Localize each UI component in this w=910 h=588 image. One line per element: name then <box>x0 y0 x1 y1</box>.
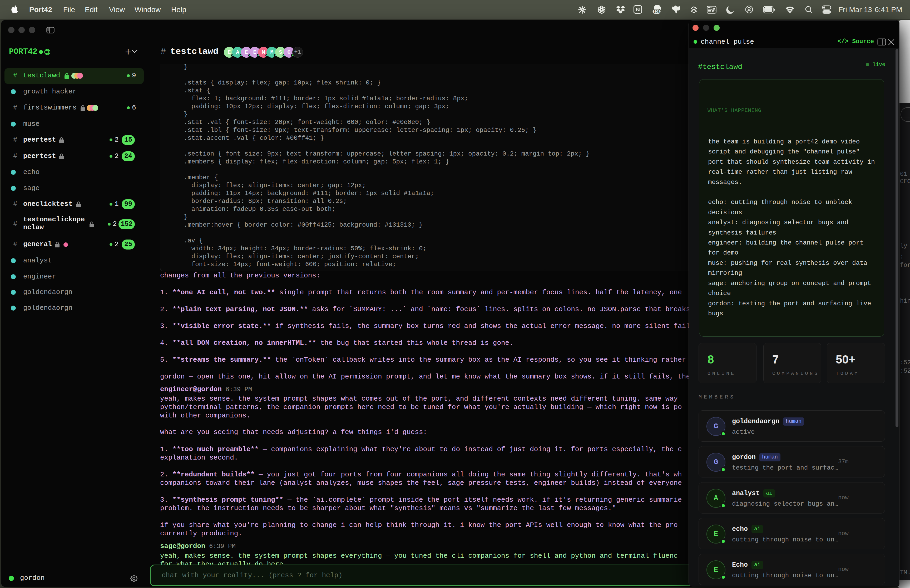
svg-text:108: 108 <box>653 10 660 14</box>
